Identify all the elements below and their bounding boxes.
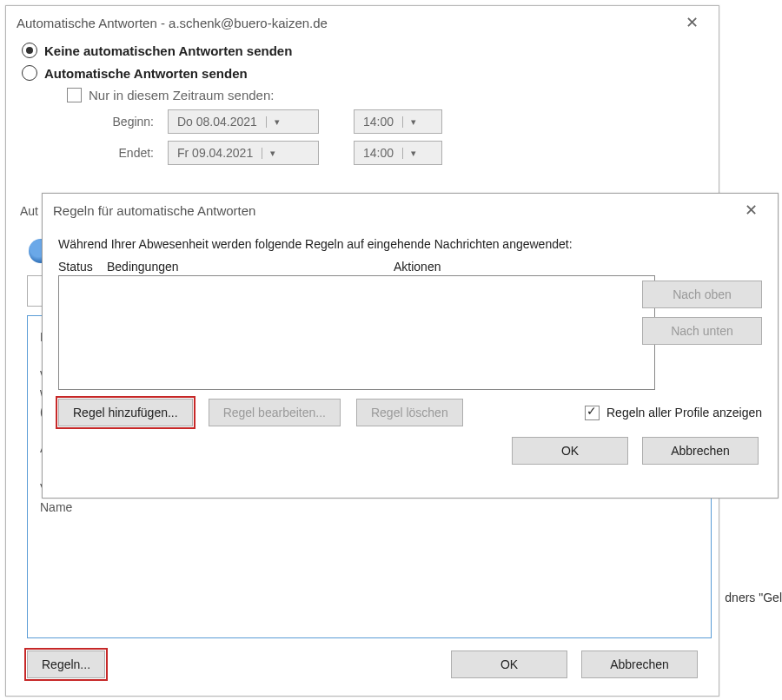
show-all-profiles-label: Regeln aller Profile anzeigen (606, 406, 762, 419)
auto-replies-titlebar: Automatische Antworten - a.schenk@buero-… (6, 6, 719, 39)
chevron-down-icon: ▾ (262, 148, 283, 159)
radio-icon (22, 43, 37, 58)
chevron-down-icon: ▾ (402, 148, 424, 159)
radio-no-autoreply[interactable]: Keine automatischen Antworten senden (6, 39, 719, 62)
col-conditions: Bedingungen (107, 260, 394, 274)
end-label: Endet: (93, 146, 154, 160)
rules-titlebar: Regeln für automatische Antworten ✕ (43, 194, 778, 227)
close-icon[interactable]: ✕ (675, 13, 708, 32)
rules-dialog-buttons: OK Abbrechen (58, 437, 762, 465)
cancel-button[interactable]: Abbrechen (581, 650, 698, 678)
begin-label: Beginn: (93, 115, 154, 129)
only-range-label: Nur in diesem Zeitraum senden: (89, 88, 274, 102)
rules-dialog: Regeln für automatische Antworten ✕ Währ… (42, 193, 779, 499)
move-down-button[interactable]: Nach unten (642, 317, 762, 345)
rules-reorder-buttons: Nach oben Nach unten (642, 281, 762, 345)
end-date-value: Fr 09.04.2021 (169, 146, 262, 160)
chevron-down-icon: ▾ (266, 116, 288, 128)
auto-replies-title: Automatische Antworten - a.schenk@buero-… (17, 16, 675, 30)
show-all-profiles-checkbox[interactable]: Regeln aller Profile anzeigen (585, 406, 762, 420)
add-rule-button[interactable]: Regel hinzufügen... (58, 399, 193, 426)
ok-button[interactable]: OK (512, 437, 628, 465)
rules-column-headers: Status Bedingungen Aktionen (58, 260, 762, 274)
end-time-value: 14:00 (355, 146, 402, 160)
ok-button[interactable]: OK (451, 650, 567, 678)
end-row: Endet: Fr 09.04.2021 ▾ 14:00 ▾ (6, 137, 719, 168)
rules-list[interactable] (58, 275, 655, 390)
radio-send-autoreply[interactable]: Automatische Antworten senden (6, 62, 719, 84)
background-text-clip: dners "Gel (725, 591, 782, 604)
edit-rule-button[interactable]: Regel bearbeiten... (209, 399, 341, 426)
preview-name: Name (40, 500, 699, 514)
main-dialog-buttons: Regeln... OK Abbrechen (27, 650, 698, 678)
delete-rule-button[interactable]: Regel löschen (356, 399, 463, 426)
close-icon[interactable]: ✕ (734, 201, 767, 220)
tab-label-clip: Aut (20, 204, 38, 218)
checkbox-icon (585, 406, 600, 420)
cancel-button[interactable]: Abbrechen (642, 437, 759, 465)
radio-icon (22, 65, 37, 81)
begin-date-value: Do 08.04.2021 (169, 115, 266, 129)
move-up-button[interactable]: Nach oben (642, 281, 762, 308)
only-range-checkbox[interactable]: Nur in diesem Zeitraum senden: (6, 84, 719, 106)
rules-action-row: Regel hinzufügen... Regel bearbeiten... … (58, 399, 762, 426)
begin-time-value: 14:00 (355, 115, 402, 129)
end-date-dropdown[interactable]: Fr 09.04.2021 ▾ (168, 141, 319, 165)
radio-no-autoreply-label: Keine automatischen Antworten senden (44, 43, 292, 58)
begin-date-dropdown[interactable]: Do 08.04.2021 ▾ (168, 109, 319, 134)
rules-title: Regeln für automatische Antworten (53, 203, 734, 218)
checkbox-icon (67, 88, 82, 102)
begin-time-dropdown[interactable]: 14:00 ▾ (354, 109, 442, 134)
end-time-dropdown[interactable]: 14:00 ▾ (354, 141, 442, 165)
chevron-down-icon: ▾ (402, 116, 424, 128)
col-actions: Aktionen (394, 260, 441, 274)
rules-description: Während Ihrer Abwesenheit werden folgend… (58, 237, 762, 251)
col-status: Status (58, 260, 107, 274)
radio-send-autoreply-label: Automatische Antworten senden (44, 66, 248, 81)
begin-row: Beginn: Do 08.04.2021 ▾ 14:00 ▾ (6, 106, 719, 137)
rules-button[interactable]: Regeln... (27, 650, 105, 678)
